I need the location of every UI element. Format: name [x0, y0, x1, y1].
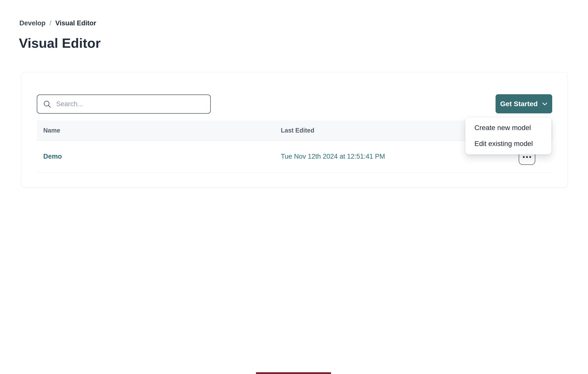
column-header-name: Name — [43, 120, 60, 140]
column-header-last-edited: Last Edited — [281, 120, 314, 140]
get-started-dropdown-menu: Create new model Edit existing model — [465, 117, 551, 154]
get-started-button[interactable]: Get Started — [496, 94, 552, 113]
breadcrumb: Develop / Visual Editor — [19, 19, 96, 27]
menu-item-edit-existing-model[interactable]: Edit existing model — [465, 136, 551, 152]
last-edited-cell: Tue Nov 12th 2024 at 12:51:41 PM — [281, 141, 385, 172]
menu-item-create-new-model[interactable]: Create new model — [465, 120, 551, 136]
model-name-cell: Demo — [43, 141, 62, 172]
search-box — [37, 94, 211, 114]
page-title: Visual Editor — [19, 35, 101, 51]
chevron-down-icon — [542, 102, 547, 106]
get-started-label: Get Started — [500, 100, 538, 108]
breadcrumb-separator: / — [49, 19, 51, 27]
bottom-clipped-element — [256, 372, 331, 374]
breadcrumb-develop[interactable]: Develop — [19, 19, 45, 27]
visual-editor-page: Develop / Visual Editor Visual Editor Ge… — [0, 0, 588, 374]
model-name-link[interactable]: Demo — [43, 153, 62, 160]
breadcrumb-visual-editor: Visual Editor — [55, 19, 96, 27]
search-input[interactable] — [37, 94, 211, 114]
ellipsis-icon — [523, 156, 525, 158]
